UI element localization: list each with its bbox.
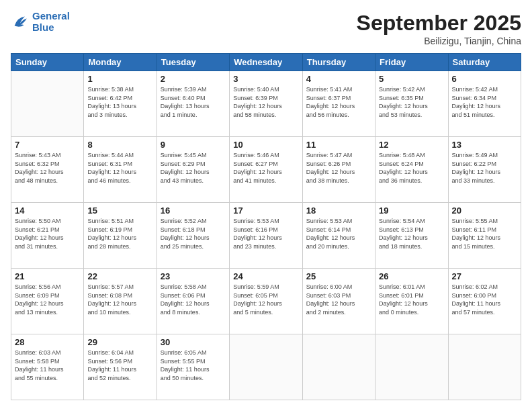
day-number: 14: [15, 205, 80, 216]
calendar-cell: 17Sunrise: 5:53 AM Sunset: 6:16 PM Dayli…: [230, 203, 302, 269]
calendar-cell: 6Sunrise: 5:42 AM Sunset: 6:34 PM Daylig…: [448, 71, 521, 137]
logo-icon: [11, 13, 30, 32]
day-number: 22: [87, 271, 152, 281]
day-number: 24: [233, 271, 298, 281]
day-number: 19: [379, 205, 444, 216]
header-thursday: Thursday: [302, 54, 375, 71]
day-number: 5: [379, 74, 444, 84]
day-number: 1: [87, 74, 152, 84]
day-number: 30: [161, 337, 226, 347]
header-tuesday: Tuesday: [157, 54, 229, 71]
day-number: 2: [161, 74, 226, 84]
week-row-5: 28Sunrise: 6:03 AM Sunset: 5:58 PM Dayli…: [11, 334, 521, 400]
day-info: Sunrise: 5:53 AM Sunset: 6:16 PM Dayligh…: [233, 217, 298, 250]
day-number: 23: [161, 271, 226, 281]
calendar-cell: 15Sunrise: 5:51 AM Sunset: 6:19 PM Dayli…: [84, 203, 157, 269]
week-row-4: 21Sunrise: 5:56 AM Sunset: 6:09 PM Dayli…: [11, 269, 521, 334]
day-info: Sunrise: 5:48 AM Sunset: 6:24 PM Dayligh…: [379, 151, 444, 185]
calendar-cell: 13Sunrise: 5:49 AM Sunset: 6:22 PM Dayli…: [448, 137, 521, 203]
day-info: Sunrise: 5:50 AM Sunset: 6:21 PM Dayligh…: [15, 217, 80, 250]
day-info: Sunrise: 5:45 AM Sunset: 6:29 PM Dayligh…: [161, 151, 226, 185]
calendar-cell: 22Sunrise: 5:57 AM Sunset: 6:08 PM Dayli…: [84, 269, 157, 334]
calendar-cell: 9Sunrise: 5:45 AM Sunset: 6:29 PM Daylig…: [157, 137, 229, 203]
day-number: 4: [306, 74, 371, 84]
week-row-1: 1Sunrise: 5:38 AM Sunset: 6:42 PM Daylig…: [11, 71, 521, 137]
day-info: Sunrise: 5:55 AM Sunset: 6:11 PM Dayligh…: [452, 217, 517, 250]
calendar-table: Sunday Monday Tuesday Wednesday Thursday…: [11, 53, 521, 400]
day-number: 17: [233, 205, 298, 216]
header-wednesday: Wednesday: [230, 54, 302, 71]
header-saturday: Saturday: [448, 54, 521, 71]
calendar-cell: 25Sunrise: 6:00 AM Sunset: 6:03 PM Dayli…: [302, 269, 375, 334]
calendar-cell: 30Sunrise: 6:05 AM Sunset: 5:55 PM Dayli…: [157, 334, 229, 400]
calendar-cell: [448, 334, 521, 400]
calendar-cell: [230, 334, 302, 400]
location: Beilizigu, Tianjin, China: [357, 36, 521, 46]
calendar-cell: 3Sunrise: 5:40 AM Sunset: 6:39 PM Daylig…: [230, 71, 302, 137]
calendar-page: General Blue September 2025 Beilizigu, T…: [0, 0, 532, 411]
calendar-cell: 20Sunrise: 5:55 AM Sunset: 6:11 PM Dayli…: [448, 203, 521, 269]
day-info: Sunrise: 5:39 AM Sunset: 6:40 PM Dayligh…: [161, 85, 226, 119]
calendar-cell: [11, 71, 84, 137]
day-number: 18: [306, 205, 371, 216]
weekday-header-row: Sunday Monday Tuesday Wednesday Thursday…: [11, 54, 521, 71]
day-info: Sunrise: 5:44 AM Sunset: 6:31 PM Dayligh…: [87, 151, 152, 185]
day-info: Sunrise: 6:01 AM Sunset: 6:01 PM Dayligh…: [379, 283, 444, 316]
calendar-cell: 8Sunrise: 5:44 AM Sunset: 6:31 PM Daylig…: [84, 137, 157, 203]
calendar-cell: 24Sunrise: 5:59 AM Sunset: 6:05 PM Dayli…: [230, 269, 302, 334]
header-sunday: Sunday: [11, 54, 84, 71]
calendar-cell: 4Sunrise: 5:41 AM Sunset: 6:37 PM Daylig…: [302, 71, 375, 137]
day-info: Sunrise: 5:42 AM Sunset: 6:34 PM Dayligh…: [452, 85, 517, 119]
month-title: September 2025: [357, 11, 521, 36]
day-number: 21: [15, 271, 80, 281]
day-number: 15: [87, 205, 152, 216]
day-info: Sunrise: 6:04 AM Sunset: 5:56 PM Dayligh…: [87, 349, 152, 382]
day-info: Sunrise: 5:42 AM Sunset: 6:35 PM Dayligh…: [379, 85, 444, 119]
calendar-cell: 23Sunrise: 5:58 AM Sunset: 6:06 PM Dayli…: [157, 269, 229, 334]
day-info: Sunrise: 5:49 AM Sunset: 6:22 PM Dayligh…: [452, 151, 517, 185]
header-friday: Friday: [375, 54, 448, 71]
day-number: 29: [87, 337, 152, 347]
calendar-cell: 28Sunrise: 6:03 AM Sunset: 5:58 PM Dayli…: [11, 334, 84, 400]
day-info: Sunrise: 5:40 AM Sunset: 6:39 PM Dayligh…: [233, 85, 298, 119]
day-info: Sunrise: 5:46 AM Sunset: 6:27 PM Dayligh…: [233, 151, 298, 185]
day-number: 11: [306, 140, 371, 150]
calendar-cell: 16Sunrise: 5:52 AM Sunset: 6:18 PM Dayli…: [157, 203, 229, 269]
title-section: September 2025 Beilizigu, Tianjin, China: [357, 11, 521, 46]
week-row-2: 7Sunrise: 5:43 AM Sunset: 6:32 PM Daylig…: [11, 137, 521, 203]
calendar-cell: 14Sunrise: 5:50 AM Sunset: 6:21 PM Dayli…: [11, 203, 84, 269]
day-info: Sunrise: 5:51 AM Sunset: 6:19 PM Dayligh…: [87, 217, 152, 250]
day-number: 28: [15, 337, 80, 347]
logo: General Blue: [11, 11, 70, 33]
header: General Blue September 2025 Beilizigu, T…: [11, 11, 521, 46]
calendar-cell: 11Sunrise: 5:47 AM Sunset: 6:26 PM Dayli…: [302, 137, 375, 203]
logo-text: General Blue: [32, 11, 70, 33]
day-number: 10: [233, 140, 298, 150]
calendar-cell: 12Sunrise: 5:48 AM Sunset: 6:24 PM Dayli…: [375, 137, 448, 203]
day-info: Sunrise: 6:02 AM Sunset: 6:00 PM Dayligh…: [452, 283, 517, 316]
day-number: 26: [379, 271, 444, 281]
calendar-cell: [375, 334, 448, 400]
day-info: Sunrise: 5:56 AM Sunset: 6:09 PM Dayligh…: [15, 283, 80, 316]
calendar-cell: 5Sunrise: 5:42 AM Sunset: 6:35 PM Daylig…: [375, 71, 448, 137]
day-info: Sunrise: 5:47 AM Sunset: 6:26 PM Dayligh…: [306, 151, 371, 185]
calendar-cell: 2Sunrise: 5:39 AM Sunset: 6:40 PM Daylig…: [157, 71, 229, 137]
day-info: Sunrise: 6:03 AM Sunset: 5:58 PM Dayligh…: [15, 349, 80, 382]
week-row-3: 14Sunrise: 5:50 AM Sunset: 6:21 PM Dayli…: [11, 203, 521, 269]
calendar-cell: 7Sunrise: 5:43 AM Sunset: 6:32 PM Daylig…: [11, 137, 84, 203]
day-number: 13: [452, 140, 517, 150]
day-number: 12: [379, 140, 444, 150]
calendar-cell: 27Sunrise: 6:02 AM Sunset: 6:00 PM Dayli…: [448, 269, 521, 334]
day-number: 16: [161, 205, 226, 216]
day-info: Sunrise: 5:53 AM Sunset: 6:14 PM Dayligh…: [306, 217, 371, 250]
day-info: Sunrise: 5:43 AM Sunset: 6:32 PM Dayligh…: [15, 151, 80, 185]
day-info: Sunrise: 5:41 AM Sunset: 6:37 PM Dayligh…: [306, 85, 371, 119]
header-monday: Monday: [84, 54, 157, 71]
day-info: Sunrise: 5:59 AM Sunset: 6:05 PM Dayligh…: [233, 283, 298, 316]
day-number: 7: [15, 140, 80, 150]
day-info: Sunrise: 5:38 AM Sunset: 6:42 PM Dayligh…: [87, 85, 152, 119]
day-number: 20: [452, 205, 517, 216]
day-info: Sunrise: 5:57 AM Sunset: 6:08 PM Dayligh…: [87, 283, 152, 316]
day-info: Sunrise: 6:05 AM Sunset: 5:55 PM Dayligh…: [161, 349, 226, 382]
day-number: 9: [161, 140, 226, 150]
